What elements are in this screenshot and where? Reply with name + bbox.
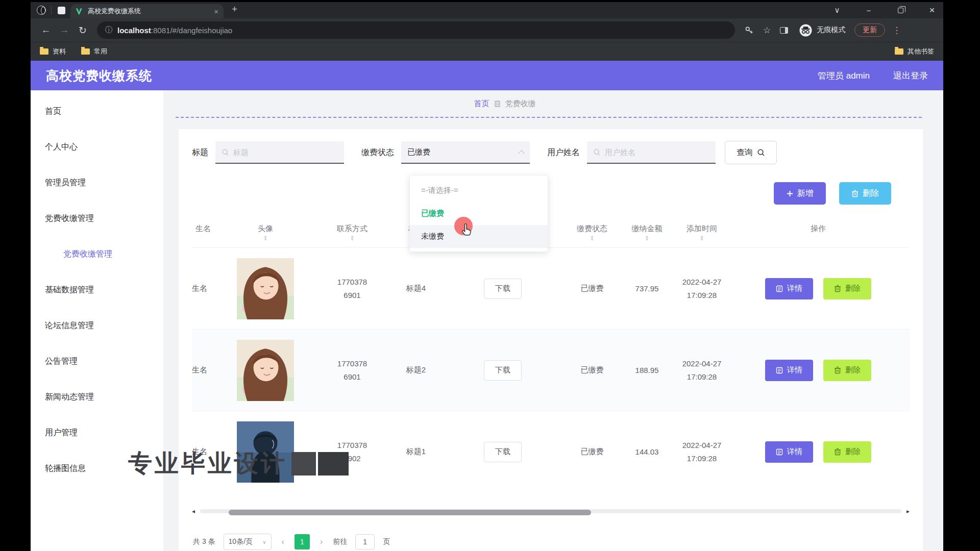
detail-button[interactable]: 详情 <box>765 360 813 381</box>
cell-name: 生名 <box>192 365 214 375</box>
col-header-amount[interactable]: 缴纳金额▲▼ <box>623 224 671 241</box>
sort-icon[interactable]: ▲▼ <box>700 235 704 241</box>
sidebar-item-news[interactable]: 新闻动态管理 <box>31 379 163 415</box>
minimize-icon[interactable]: − <box>865 6 873 14</box>
scrollbar-thumb[interactable] <box>229 510 591 515</box>
back-icon[interactable]: ← <box>38 22 54 38</box>
breadcrumb-home-link[interactable]: 首页 <box>474 99 489 109</box>
next-page-icon[interactable]: › <box>318 537 325 546</box>
side-panel-icon[interactable] <box>780 27 788 34</box>
cell-actions: 详情 删除 <box>732 360 904 381</box>
bookmark-folder-2[interactable]: 常用 <box>81 47 107 56</box>
username-filter-input[interactable] <box>605 148 709 157</box>
sort-icon[interactable]: ▲▼ <box>350 235 354 241</box>
bookmark-star-icon[interactable]: ☆ <box>763 25 771 36</box>
title-filter-input[interactable] <box>233 148 338 157</box>
current-page-button[interactable]: 1 <box>295 534 310 549</box>
pinned-tab-icon[interactable] <box>58 7 65 14</box>
col-header-name[interactable]: 生名 <box>192 224 214 241</box>
site-info-icon[interactable]: ⓘ <box>105 26 112 35</box>
download-button[interactable]: 下载 <box>484 279 522 299</box>
breadcrumb: 首页 党费收缴 <box>163 90 895 117</box>
cell-status: 已缴费 <box>561 447 623 457</box>
cell-amount: 188.95 <box>623 366 671 374</box>
header-right: 管理员 admin 退出登录 <box>818 70 928 82</box>
bookmark-label: 其他书签 <box>908 47 934 56</box>
search-button[interactable]: 查询 <box>725 141 777 164</box>
scroll-right-icon[interactable]: ▸ <box>906 508 910 515</box>
close-icon[interactable]: × <box>928 6 936 14</box>
incognito-label: 无痕模式 <box>817 26 845 35</box>
status-select[interactable]: 已缴费 <box>401 141 530 164</box>
filter-row: 标题 缴费状态 已缴费 用户姓 <box>192 138 910 167</box>
more-menu-icon[interactable]: ⋮ <box>892 25 901 36</box>
sidebar-item-users[interactable]: 用户管理 <box>31 415 163 450</box>
sort-icon[interactable]: ▲▼ <box>590 235 594 241</box>
content-card: 标题 缴费状态 已缴费 用户姓 <box>179 129 923 551</box>
new-tab-icon[interactable]: + <box>232 4 237 15</box>
delete-button[interactable]: 删除 <box>839 182 891 205</box>
row-delete-button[interactable]: 删除 <box>823 278 871 299</box>
search-button-label: 查询 <box>737 147 753 158</box>
update-button[interactable]: 更新 <box>854 23 885 37</box>
prev-page-icon[interactable]: ‹ <box>280 537 286 546</box>
dropdown-option-unpaid[interactable]: 未缴费 <box>410 225 548 248</box>
extension-globe-icon[interactable] <box>37 6 46 15</box>
sidebar-item-forum[interactable]: 论坛信息管理 <box>31 308 163 343</box>
col-header-actions: 操作 <box>732 224 904 241</box>
detail-button[interactable]: 详情 <box>765 441 813 463</box>
col-header-status[interactable]: 缴费状态▲▼ <box>561 224 623 241</box>
maximize-icon[interactable] <box>896 6 904 14</box>
add-button-label: 新增 <box>797 188 814 199</box>
password-key-icon[interactable] <box>744 26 754 35</box>
sidebar-item-profile[interactable]: 个人中心 <box>31 129 163 165</box>
incognito-badge: 无痕模式 <box>799 24 845 37</box>
forward-icon[interactable]: → <box>56 22 72 38</box>
per-page-select[interactable]: 10条/页∨ <box>224 534 272 550</box>
col-header-contact[interactable]: 联系方式▲▼ <box>316 224 388 241</box>
hand-cursor-icon <box>460 223 474 237</box>
row-delete-button[interactable]: 删除 <box>823 360 871 381</box>
download-button[interactable]: 下载 <box>484 442 522 462</box>
cell-download: 下载 <box>444 279 561 299</box>
reload-icon[interactable]: ↻ <box>75 22 91 38</box>
username-filter-box <box>587 141 716 164</box>
status-select-value: 已缴费 <box>407 147 430 157</box>
other-bookmarks[interactable]: 其他书签 <box>895 47 934 56</box>
sidebar-item-fee-mgmt[interactable]: 党费收缴管理 <box>31 201 163 236</box>
cell-status: 已缴费 <box>561 284 623 293</box>
tab-title: 高校党费收缴系统 <box>88 7 209 16</box>
sidebar-item-fee-mgmt-sub-active[interactable]: 党费收缴管理 <box>31 236 163 272</box>
detail-button[interactable]: 详情 <box>765 278 813 299</box>
row-delete-button[interactable]: 删除 <box>823 441 871 463</box>
sort-icon[interactable]: ▲▼ <box>645 235 649 241</box>
col-header-avatar[interactable]: 头像▲▼ <box>214 224 316 241</box>
window-menu-icon[interactable]: ∨ <box>833 6 841 14</box>
status-dropdown-menu: =-请选择-= 已缴费 未缴费 <box>409 175 548 252</box>
sidebar-item-notice[interactable]: 公告管理 <box>31 343 163 379</box>
logout-button[interactable]: 退出登录 <box>893 70 928 82</box>
address-bar[interactable]: ⓘ localhost:8081/#/dangfeishoujiao <box>97 21 735 39</box>
scrollbar-track[interactable] <box>200 509 901 513</box>
bookmark-folder-1[interactable]: 资料 <box>40 47 66 56</box>
app-body: 首页 个人中心 管理员管理 党费收缴管理 党费收缴管理 基础数据管理 论坛信息管… <box>31 90 943 551</box>
add-button[interactable]: 新增 <box>774 182 826 205</box>
dropdown-option-paid[interactable]: 已缴费 <box>410 202 548 225</box>
tab-close-icon[interactable]: × <box>214 7 218 16</box>
sidebar-item-admin-mgmt[interactable]: 管理员管理 <box>31 165 163 201</box>
sort-icon[interactable]: ▲▼ <box>263 235 267 241</box>
download-button[interactable]: 下载 <box>484 360 522 381</box>
active-tab[interactable]: 高校党费收缴系统 × <box>70 4 224 18</box>
sidebar-item-base-data[interactable]: 基础数据管理 <box>31 272 163 308</box>
goto-page-input[interactable] <box>355 534 375 549</box>
dropdown-option-placeholder[interactable]: =-请选择-= <box>410 179 548 202</box>
scroll-left-icon[interactable]: ◂ <box>192 508 195 515</box>
total-count: 共 3 条 <box>193 537 215 546</box>
chevron-up-icon <box>518 150 525 157</box>
cell-title: 标题1 <box>388 447 444 457</box>
cell-actions: 详情 删除 <box>732 441 904 463</box>
col-header-time[interactable]: 添加时间▲▼ <box>671 224 732 241</box>
cell-amount: 737.95 <box>623 284 671 293</box>
sidebar-item-home[interactable]: 首页 <box>31 93 163 129</box>
goto-unit: 页 <box>383 537 390 546</box>
